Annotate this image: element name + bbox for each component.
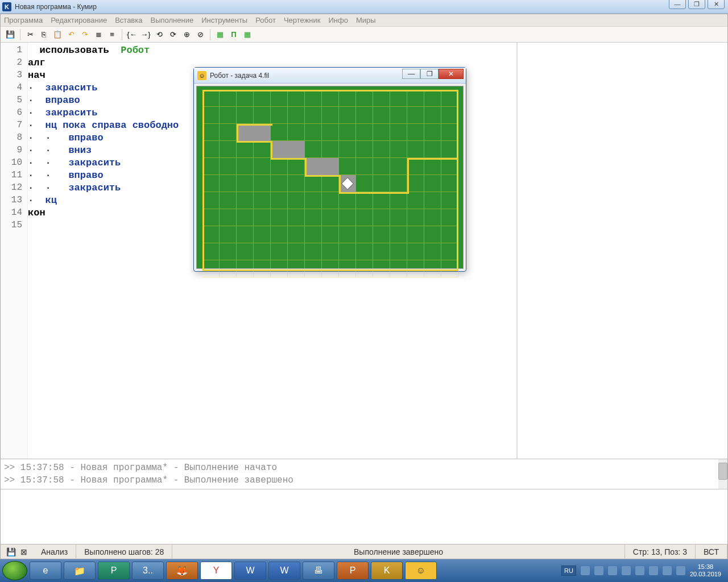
menu-insert[interactable]: Вставка — [115, 16, 142, 24]
taskbar-app-icon[interactable]: 3.. — [132, 562, 164, 580]
menu-edit[interactable]: Редактирование — [51, 16, 107, 24]
menu-robot[interactable]: Робот — [255, 16, 276, 24]
step-out-icon[interactable]: →} — [139, 28, 152, 41]
taskbar-word1-icon[interactable]: W — [234, 562, 266, 580]
tray-icon[interactable] — [635, 566, 644, 575]
status-analysis: Анализ — [33, 544, 76, 559]
wall-segment — [339, 192, 409, 194]
line-number: 6 — [1, 107, 28, 118]
close-button[interactable]: ✕ — [708, 0, 725, 9]
wall-segment — [407, 158, 458, 160]
clock[interactable]: 15:38 20.03.2019 — [690, 563, 721, 578]
tray-icon[interactable] — [622, 566, 631, 575]
wall-segment — [202, 269, 458, 271]
line-number: 4 — [1, 82, 28, 93]
minimize-button[interactable]: — — [669, 0, 686, 9]
language-indicator[interactable]: RU — [561, 566, 576, 576]
step-in-icon[interactable]: {← — [126, 28, 138, 41]
taskbar-ie-icon[interactable]: e — [30, 562, 61, 580]
tray-icon[interactable] — [663, 566, 672, 575]
line-number: 14 — [1, 207, 28, 218]
menu-run[interactable]: Выполнение — [150, 16, 193, 24]
painted-cell — [305, 158, 322, 175]
menu-tools[interactable]: Инструменты — [201, 16, 247, 24]
wall-segment — [237, 141, 272, 143]
redo-icon[interactable]: ↷ — [78, 28, 91, 41]
scrollbar[interactable] — [718, 459, 727, 489]
tray-icon[interactable] — [594, 566, 603, 575]
wall-segment — [202, 90, 458, 92]
line-number: 13 — [1, 195, 28, 205]
paste-icon[interactable]: 📋 — [51, 28, 64, 41]
grid2-icon[interactable]: П — [228, 28, 240, 41]
line-number: 15 — [1, 220, 28, 230]
robot-window-title: Робот - задача 4.fil — [210, 72, 269, 80]
line-number: 7 — [1, 120, 28, 130]
wall-segment — [305, 175, 341, 177]
painted-cell — [254, 124, 271, 141]
app-icon: K — [2, 2, 11, 11]
taskbar-firefox-icon[interactable]: 🦊 — [166, 562, 198, 580]
robot-field[interactable] — [196, 86, 464, 269]
tray-volume-icon[interactable] — [649, 566, 658, 575]
save-icon[interactable]: 💾 — [4, 28, 16, 41]
console: >> 15:37:58 - Новая программа* - Выполне… — [1, 459, 727, 544]
console-output: >> 15:37:58 - Новая программа* - Выполне… — [1, 459, 727, 489]
wall-segment — [339, 175, 341, 194]
console-input[interactable] — [1, 489, 727, 544]
stop-icon[interactable]: ⊘ — [194, 28, 206, 41]
list-icon[interactable]: ≣ — [92, 28, 105, 41]
robot-app-icon: ☺ — [197, 71, 206, 80]
close-status-icon[interactable]: ⊠ — [20, 547, 27, 556]
status-mode: ВСТ — [696, 544, 727, 559]
taskbar-robot-icon[interactable]: ☺ — [405, 562, 437, 580]
status-steps: Выполнено шагов: 28 — [76, 544, 172, 559]
robot-maximize-button[interactable]: ❐ — [420, 69, 439, 79]
cut-icon[interactable]: ✂ — [24, 28, 36, 41]
grid3-icon[interactable]: ▦ — [241, 28, 254, 41]
grid1-icon[interactable]: ▦ — [214, 28, 226, 41]
toolbar: 💾 ✂ ⎘ 📋 ↶ ↷ ≣ ≡ {← →} ⟲ ⟳ ⊕ ⊘ ▦ П ▦ — [1, 27, 727, 43]
line-number: 2 — [1, 57, 28, 68]
robot-minimize-button[interactable]: — — [402, 69, 420, 79]
menu-program[interactable]: Программа — [4, 16, 43, 24]
start-button[interactable] — [2, 561, 27, 580]
undo-icon[interactable]: ↶ — [65, 28, 77, 41]
taskbar-printer-icon[interactable]: 🖶 — [303, 562, 334, 580]
menu-worlds[interactable]: Миры — [356, 16, 376, 24]
target-icon[interactable]: ⊕ — [180, 28, 193, 41]
copy-icon[interactable]: ⎘ — [38, 28, 50, 41]
painted-cell — [322, 158, 339, 175]
window-titlebar: K Новая программа - Кумир — ❐ ✕ — [0, 0, 728, 14]
code-line[interactable]: использовать Робот — [28, 45, 516, 57]
loop2-icon[interactable]: ⟳ — [167, 28, 179, 41]
taskbar-kumir-icon[interactable]: K — [371, 562, 403, 580]
taskbar-powerpoint-icon[interactable]: P — [337, 562, 369, 580]
wall-segment — [271, 158, 307, 160]
menu-info[interactable]: Инфо — [328, 16, 348, 24]
tray-icon[interactable] — [676, 566, 685, 575]
menu-draftsman[interactable]: Чертежник — [284, 16, 321, 24]
robot-close-button[interactable]: ✕ — [439, 69, 464, 79]
taskbar-word2-icon[interactable]: W — [268, 562, 300, 580]
save-status-icon[interactable]: 💾 — [6, 547, 16, 556]
wall-segment — [202, 90, 204, 271]
loop-icon[interactable]: ⟲ — [153, 28, 166, 41]
wall-segment — [305, 158, 307, 177]
status-message: Выполнение завершено — [172, 544, 625, 559]
robot-window[interactable]: ☺ Робот - задача 4.fil — ❐ ✕ — [193, 67, 466, 272]
painted-cell — [288, 141, 305, 158]
list2-icon[interactable]: ≡ — [106, 28, 118, 41]
console-line: >> 15:37:58 - Новая программа* - Выполне… — [4, 474, 724, 487]
robot-titlebar[interactable]: ☺ Робот - задача 4.fil — ❐ ✕ — [194, 68, 466, 84]
taskbar-publisher-icon[interactable]: P — [98, 562, 130, 580]
tray-icon[interactable] — [608, 566, 617, 575]
taskbar-explorer-icon[interactable]: 📁 — [64, 562, 96, 580]
line-number: 12 — [1, 182, 28, 193]
line-number: 10 — [1, 157, 28, 168]
maximize-button[interactable]: ❐ — [688, 0, 705, 9]
wall-segment — [457, 90, 458, 271]
tray-icon[interactable] — [581, 566, 590, 575]
taskbar-yandex-icon[interactable]: Y — [200, 562, 232, 580]
wall-segment — [237, 124, 238, 143]
